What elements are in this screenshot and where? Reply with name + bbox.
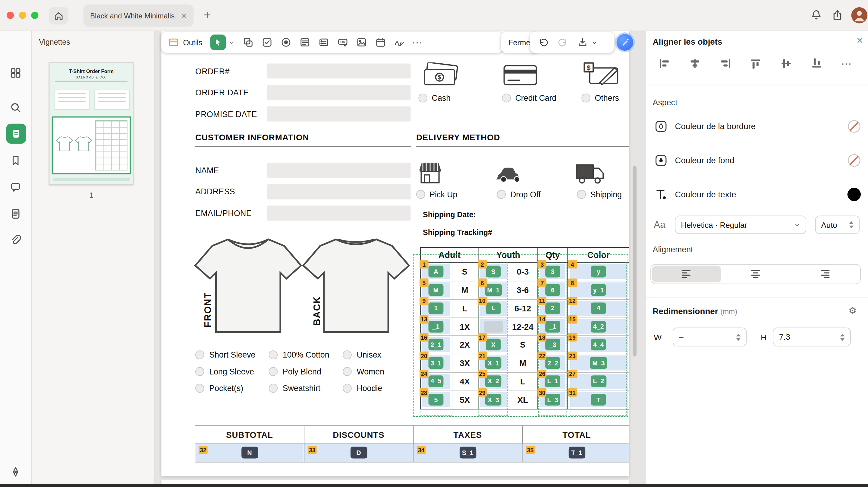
field-chip[interactable]: 5 [428,394,443,405]
field-chip[interactable]: 3_1 [428,357,443,369]
color-form-field[interactable]: 8 y_1 [570,282,627,297]
qty-form-field[interactable]: 30 L_3 [540,392,565,407]
text-field[interactable] [267,63,410,79]
field-chip[interactable]: T_1 [568,447,585,459]
youth-form-field[interactable]: 29 X_3 [480,392,507,407]
option-radio[interactable] [195,384,204,393]
field-chip[interactable]: _3 [545,339,560,351]
font-select[interactable]: Helvetica · Regular [675,216,806,234]
active-tool-button[interactable] [210,34,235,50]
qty-form-field[interactable]: 11 2 [540,301,565,316]
stepper-arrows[interactable] [849,221,854,228]
qty-form-field[interactable]: 3 3 [540,264,565,279]
comments-button[interactable] [9,181,22,193]
checkbox-field-button[interactable] [261,37,273,48]
more-tools-button[interactable]: ··· [412,38,423,47]
page-thumbnail[interactable]: T-Shirt Order Form SALFORD & CO. [49,62,133,185]
stepper-arrows[interactable] [840,334,845,341]
field-chip[interactable]: _1 [428,321,443,333]
field-chip[interactable]: 4_4 [591,339,606,351]
youth-form-field[interactable]: 17 X [480,337,507,352]
text-field[interactable] [267,85,410,100]
field-chip[interactable]: T [591,394,606,405]
align-center-h-button[interactable] [689,58,701,69]
fill-color-swatch-none[interactable] [847,153,861,167]
youth-form-field[interactable]: 21 X_1 [480,355,507,371]
option-radio[interactable] [269,350,278,360]
adult-form-field[interactable]: 1 A [422,264,450,279]
duplicate-fields-button[interactable] [242,37,253,48]
field-chip[interactable] [484,321,503,333]
option-radio[interactable] [343,350,352,360]
field-chip[interactable]: M_1 [485,284,502,296]
field-chip[interactable]: 2 [545,302,560,314]
apps-grid-button[interactable] [9,67,22,79]
image-field-button[interactable] [356,37,367,48]
adult-form-field[interactable]: 5 M [422,282,450,297]
home-button[interactable] [49,7,68,24]
panel-close-icon[interactable]: ✕ [856,36,863,46]
youth-form-field[interactable]: 10 L [480,301,507,316]
others-radio[interactable] [581,93,590,103]
minimize-window-button[interactable] [19,12,26,19]
button-field-button[interactable]: OK [337,37,348,48]
align-left-button[interactable] [658,58,671,69]
document-tab[interactable]: Black and White Minimalis… ✕ [84,4,194,27]
tools-menu-button[interactable]: Outils [168,37,203,48]
color-form-field[interactable]: 19 4_4 [570,337,627,352]
field-chip[interactable]: _1 [545,321,560,333]
bookmarks-button[interactable] [9,154,22,167]
cash-radio[interactable] [418,93,427,103]
color-form-field[interactable]: 4 y [570,264,627,279]
more-align-button[interactable]: ··· [842,59,852,68]
youth-form-field[interactable]: 6 M_1 [480,282,507,297]
new-tab-button[interactable]: + [204,8,211,22]
redo-button[interactable] [558,37,568,48]
qty-form-field[interactable]: 18 _3 [540,337,565,352]
stepper-arrows[interactable] [736,334,741,341]
field-chip[interactable]: X_1 [486,357,501,369]
zoom-window-button[interactable] [31,12,38,19]
field-chip[interactable]: L_2 [591,375,606,387]
color-form-field[interactable]: 31 T [570,392,627,407]
close-window-button[interactable] [7,12,14,19]
text-field[interactable] [267,107,410,122]
outline-button[interactable] [9,208,22,220]
text-color-row[interactable]: Couleur de texte [654,187,861,201]
qty-form-field[interactable]: 7 6 [540,282,565,297]
cursor-tool-selected[interactable] [210,34,226,50]
youth-form-field[interactable]: 25 X_2 [480,374,507,389]
field-chip[interactable]: 3 [545,266,560,278]
text-field[interactable] [267,184,410,199]
color-form-field[interactable]: 23 M_3 [570,355,627,371]
text-align-right-button[interactable] [790,266,859,282]
option-radio[interactable] [343,384,352,393]
adult-form-field[interactable]: 9 1 [422,301,450,316]
field-chip[interactable]: X_2 [486,375,501,387]
adult-form-field[interactable]: 16 2_1 [422,337,450,352]
youth-form-field[interactable] [480,319,507,334]
field-chip[interactable]: A [428,266,443,278]
adult-form-field[interactable]: 13 _1 [422,319,450,334]
text-align-center-button[interactable] [721,266,790,282]
align-bottom-button[interactable] [811,58,824,69]
color-form-field[interactable]: 12 4 [570,301,627,316]
field-chip[interactable]: 1 [428,302,443,314]
field-chip[interactable]: L [486,302,501,314]
option-radio[interactable] [195,350,204,360]
signature-field-button[interactable] [394,37,405,48]
field-chip[interactable]: M_3 [590,357,607,369]
signature-tools-button[interactable] [9,465,22,478]
thumbnails-panel-button[interactable] [6,124,26,144]
adult-form-field[interactable]: 28 5 [422,392,450,407]
text-field[interactable] [267,163,410,178]
adult-form-field[interactable]: 24 4_5 [422,374,450,389]
adult-form-field[interactable]: 20 3_1 [422,355,450,371]
tab-close-icon[interactable]: ✕ [181,11,187,20]
field-chip[interactable]: 2_1 [428,339,443,351]
field-chip[interactable]: 4_2 [591,321,606,333]
align-right-button[interactable] [719,58,732,69]
field-chip[interactable]: D [350,447,367,459]
resize-settings-gear-icon[interactable]: ⚙ [848,305,856,316]
vertical-scrollbar[interactable] [632,166,637,356]
